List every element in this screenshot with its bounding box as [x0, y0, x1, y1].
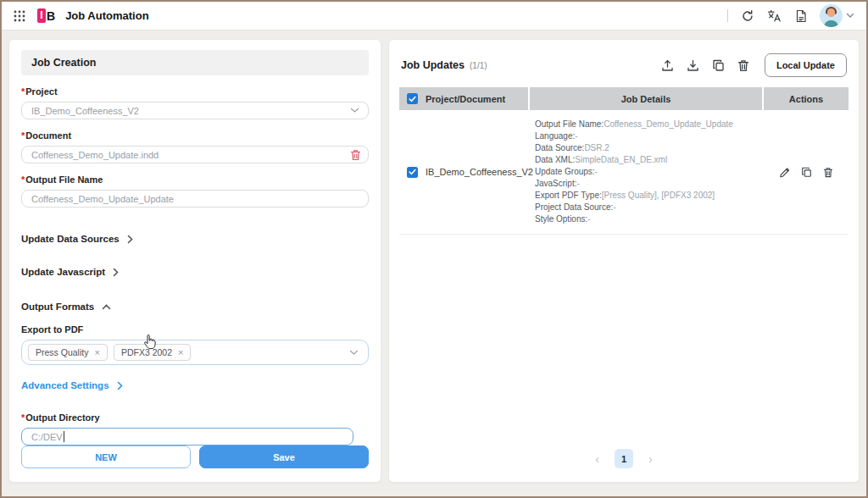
brand-logo[interactable]: I B [37, 8, 55, 23]
translate-icon[interactable] [767, 9, 782, 23]
row-job-details: Output File Name:Coffeness_Demo_Update_U… [528, 110, 764, 234]
app-window: I B Job Automation [0, 0, 868, 498]
page-number[interactable]: 1 [615, 449, 633, 468]
next-page-button[interactable]: › [648, 453, 653, 465]
chevron-right-icon [113, 268, 119, 277]
remove-tag-icon[interactable]: × [94, 348, 99, 357]
col-actions: Actions [764, 87, 849, 110]
output-directory-label: *Output Directory [21, 412, 369, 423]
section-update-data-sources[interactable]: Update Data Sources [21, 234, 369, 244]
detail-line: Project Data Source:- [535, 202, 757, 213]
delete-document-icon[interactable] [350, 149, 361, 161]
page-title: Job Automation [65, 9, 148, 22]
project-select[interactable]: IB_Demo_Coffeeness_V2 [21, 102, 369, 119]
download-icon[interactable] [687, 59, 699, 72]
chevron-right-icon [117, 381, 123, 390]
export-to-pdf-select[interactable]: Press Quality × PDFX3 2002 × [21, 340, 369, 365]
export-to-pdf-label: Export to PDF [21, 324, 369, 335]
topbar-divider [727, 9, 728, 22]
document-value: Coffeness_Demo_Update.indd [31, 150, 159, 160]
trash-icon[interactable] [737, 59, 749, 72]
chevron-right-icon [127, 235, 133, 244]
avatar [820, 4, 843, 27]
chevron-down-icon [846, 13, 854, 19]
detail-line: Data Source:DSR.2 [535, 142, 757, 154]
pdf-tag: PDFX3 2002 × [114, 344, 192, 361]
document-input[interactable]: Coffeness_Demo_Update.indd [21, 146, 369, 163]
trash-icon[interactable] [823, 167, 833, 178]
brand-logo-b: B [47, 9, 55, 23]
table-row[interactable]: IB_Demo_Coffeeness_V2 Output File Name:C… [399, 110, 849, 235]
col-project-document: Project/Document [426, 94, 505, 104]
topbar: I B Job Automation [2, 2, 866, 30]
job-updates-title: Job Updates [401, 59, 465, 71]
section-update-javascript[interactable]: Update Javascript [21, 267, 369, 277]
output-directory-value: C:/DEV [31, 432, 63, 442]
detail-line: Output File Name:Coffeness_Demo_Update_U… [535, 119, 757, 130]
col-job-details: Job Details [530, 87, 762, 110]
detail-line: Update Groups:- [535, 166, 757, 178]
detail-line: Export PDF Type:[Press Quality], [PDFX3 … [535, 190, 757, 202]
job-creation-panel: Job Creation *Project IB_Demo_Coffeeness… [8, 39, 381, 483]
brand-logo-i: I [37, 8, 46, 23]
detail-line: Data XML:SimpleData_EN_DE.xml [535, 154, 757, 166]
chevron-down-icon [349, 350, 359, 356]
chevron-up-icon [102, 304, 111, 310]
row-checkbox[interactable] [407, 167, 418, 178]
project-label: *Project [21, 86, 369, 97]
row-actions [764, 167, 849, 178]
job-updates-count: (1/1) [470, 61, 487, 70]
prev-page-button[interactable]: ‹ [595, 453, 599, 465]
user-menu[interactable] [820, 4, 854, 27]
output-file-name-label: *Output File Name [21, 174, 369, 185]
detail-line: JavaScript:- [535, 178, 757, 190]
apps-grid-icon[interactable] [14, 10, 25, 22]
document-label: *Document [21, 130, 369, 141]
job-updates-header: Job Updates (1/1) [401, 53, 847, 77]
form-actions: NEW Save [21, 445, 369, 470]
new-button[interactable]: NEW [21, 445, 191, 468]
copy-icon[interactable] [801, 167, 812, 178]
pdf-tag: Press Quality × [28, 344, 108, 361]
detail-line: Language:- [535, 130, 757, 142]
refresh-icon[interactable] [741, 9, 754, 23]
remove-tag-icon[interactable]: × [178, 348, 183, 357]
project-value: IB_Demo_Coffeeness_V2 [31, 106, 139, 116]
log-file-icon[interactable] [794, 9, 807, 23]
output-directory-input[interactable]: C:/DEV [21, 428, 353, 445]
detail-line: Style Options:- [535, 213, 757, 225]
advanced-settings-link[interactable]: Advanced Settings [21, 380, 369, 390]
save-button[interactable]: Save [199, 445, 369, 468]
job-updates-panel: Job Updates (1/1) [388, 39, 860, 483]
local-update-button[interactable]: Local Update [765, 53, 847, 77]
job-creation-title: Job Creation [21, 50, 369, 75]
select-all-checkbox[interactable] [407, 93, 418, 104]
section-output-formats[interactable]: Output Formats [21, 302, 369, 312]
upload-icon[interactable] [661, 59, 674, 72]
text-caret [64, 431, 64, 442]
main-content: Job Creation *Project IB_Demo_Coffeeness… [2, 30, 866, 491]
output-file-name-input[interactable]: Coffeness_Demo_Update_Update [21, 190, 369, 208]
chevron-down-icon [350, 108, 359, 113]
output-file-name-value: Coffeness_Demo_Update_Update [31, 194, 174, 204]
copy-icon[interactable] [712, 59, 725, 72]
edit-icon[interactable] [779, 167, 790, 178]
table-header: Project/Document Job Details Actions [399, 87, 849, 110]
pagination: ‹ 1 › [399, 440, 849, 472]
row-project-name: IB_Demo_Coffeeness_V2 [426, 167, 533, 177]
